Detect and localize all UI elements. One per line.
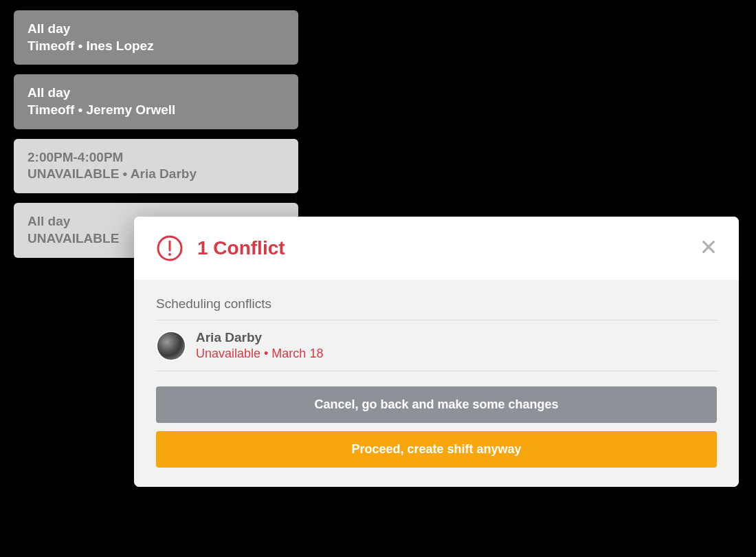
- svg-point-2: [168, 253, 171, 256]
- schedule-card[interactable]: 2:00PM-4:00PM UNAVAILABLE • Aria Darby: [14, 139, 298, 193]
- card-time: All day: [27, 85, 285, 102]
- close-button[interactable]: [698, 237, 720, 259]
- card-detail: UNAVAILABLE • Aria Darby: [27, 166, 285, 183]
- conflict-dialog: 1 Conflict Scheduling conflicts Aria Dar…: [134, 217, 739, 487]
- alert-circle-icon: [156, 234, 184, 262]
- schedule-card[interactable]: All day Timeoff • Jeremy Orwell: [14, 74, 298, 129]
- dialog-body: Scheduling conflicts Aria Darby Unavaila…: [134, 280, 739, 487]
- conflict-name: Aria Darby: [196, 330, 323, 345]
- cancel-button[interactable]: Cancel, go back and make some changes: [156, 386, 717, 423]
- dialog-actions: Cancel, go back and make some changes Pr…: [156, 386, 717, 468]
- conflict-reason: Unavailable • March 18: [196, 347, 323, 361]
- schedule-card[interactable]: All day Timeoff • Ines Lopez: [14, 10, 298, 65]
- conflict-info: Aria Darby Unavailable • March 18: [196, 330, 323, 361]
- avatar: [156, 331, 186, 361]
- dialog-title: 1 Conflict: [197, 237, 285, 259]
- card-time: 2:00PM-4:00PM: [27, 149, 285, 166]
- proceed-button[interactable]: Proceed, create shift anyway: [156, 431, 717, 468]
- card-time: All day: [27, 21, 285, 38]
- dialog-header: 1 Conflict: [134, 217, 739, 280]
- card-detail: Timeoff • Ines Lopez: [27, 38, 285, 55]
- close-icon: [701, 237, 716, 259]
- section-title: Scheduling conflicts: [156, 296, 717, 320]
- conflict-item: Aria Darby Unavailable • March 18: [156, 320, 717, 371]
- card-detail: Timeoff • Jeremy Orwell: [27, 102, 285, 119]
